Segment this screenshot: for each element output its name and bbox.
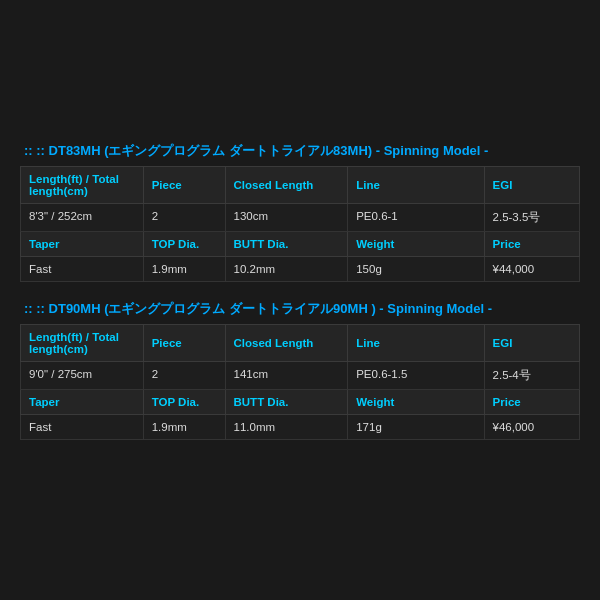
th-taper-dt90mh: Taper [21, 390, 144, 415]
cell-weight-dt83mh: 150g [348, 257, 484, 282]
header-row-1-dt83mh: Length(ft) / Total length(cm) Piece Clos… [21, 167, 580, 204]
cell-length-dt83mh: 8'3" / 252cm [21, 204, 144, 232]
section-title-dt90mh: :: DT90MH (エギングプログラム ダートトライアル90MH ) - Sp… [20, 300, 580, 318]
cell-price-dt90mh: ¥46,000 [484, 415, 579, 440]
th-piece-dt90mh: Piece [143, 325, 225, 362]
th-price-dt90mh: Price [484, 390, 579, 415]
table-dt83mh: Length(ft) / Total length(cm) Piece Clos… [20, 166, 580, 282]
cell-topdia-dt90mh: 1.9mm [143, 415, 225, 440]
th-topdia-dt83mh: TOP Dia. [143, 232, 225, 257]
section-title-dt83mh: :: DT83MH (エギングプログラム ダートトライアル83MH) - Spi… [20, 142, 580, 160]
cell-price-dt83mh: ¥44,000 [484, 257, 579, 282]
header-row-2-dt90mh: Taper TOP Dia. BUTT Dia. Weight Price [21, 390, 580, 415]
th-taper-dt83mh: Taper [21, 232, 144, 257]
th-topdia-dt90mh: TOP Dia. [143, 390, 225, 415]
cell-buttdia-dt90mh: 11.0mm [225, 415, 348, 440]
cell-closed-dt83mh: 130cm [225, 204, 348, 232]
th-egi-dt83mh: EGI [484, 167, 579, 204]
cell-egi-dt83mh: 2.5-3.5号 [484, 204, 579, 232]
data-row-2-dt90mh: Fast 1.9mm 11.0mm 171g ¥46,000 [21, 415, 580, 440]
header-row-2-dt83mh: Taper TOP Dia. BUTT Dia. Weight Price [21, 232, 580, 257]
main-container: :: DT83MH (エギングプログラム ダートトライアル83MH) - Spi… [10, 132, 590, 468]
th-length-dt90mh: Length(ft) / Total length(cm) [21, 325, 144, 362]
cell-piece-dt90mh: 2 [143, 362, 225, 390]
data-row-2-dt83mh: Fast 1.9mm 10.2mm 150g ¥44,000 [21, 257, 580, 282]
data-row-1-dt83mh: 8'3" / 252cm 2 130cm PE0.6-1 2.5-3.5号 [21, 204, 580, 232]
cell-length-dt90mh: 9'0" / 275cm [21, 362, 144, 390]
section-dt90mh: :: DT90MH (エギングプログラム ダートトライアル90MH ) - Sp… [20, 300, 580, 440]
cell-closed-dt90mh: 141cm [225, 362, 348, 390]
th-piece-dt83mh: Piece [143, 167, 225, 204]
section-dt83mh: :: DT83MH (エギングプログラム ダートトライアル83MH) - Spi… [20, 142, 580, 282]
th-weight-dt90mh: Weight [348, 390, 484, 415]
th-closed-dt83mh: Closed Length [225, 167, 348, 204]
cell-egi-dt90mh: 2.5-4号 [484, 362, 579, 390]
th-price-dt83mh: Price [484, 232, 579, 257]
th-weight-dt83mh: Weight [348, 232, 484, 257]
table-dt90mh: Length(ft) / Total length(cm) Piece Clos… [20, 324, 580, 440]
cell-taper-dt90mh: Fast [21, 415, 144, 440]
header-row-1-dt90mh: Length(ft) / Total length(cm) Piece Clos… [21, 325, 580, 362]
th-line-dt83mh: Line [348, 167, 484, 204]
th-egi-dt90mh: EGI [484, 325, 579, 362]
cell-piece-dt83mh: 2 [143, 204, 225, 232]
cell-taper-dt83mh: Fast [21, 257, 144, 282]
cell-topdia-dt83mh: 1.9mm [143, 257, 225, 282]
cell-line-dt83mh: PE0.6-1 [348, 204, 484, 232]
th-line-dt90mh: Line [348, 325, 484, 362]
th-length-dt83mh: Length(ft) / Total length(cm) [21, 167, 144, 204]
th-closed-dt90mh: Closed Length [225, 325, 348, 362]
cell-weight-dt90mh: 171g [348, 415, 484, 440]
th-buttdia-dt83mh: BUTT Dia. [225, 232, 348, 257]
th-buttdia-dt90mh: BUTT Dia. [225, 390, 348, 415]
cell-line-dt90mh: PE0.6-1.5 [348, 362, 484, 390]
data-row-1-dt90mh: 9'0" / 275cm 2 141cm PE0.6-1.5 2.5-4号 [21, 362, 580, 390]
cell-buttdia-dt83mh: 10.2mm [225, 257, 348, 282]
